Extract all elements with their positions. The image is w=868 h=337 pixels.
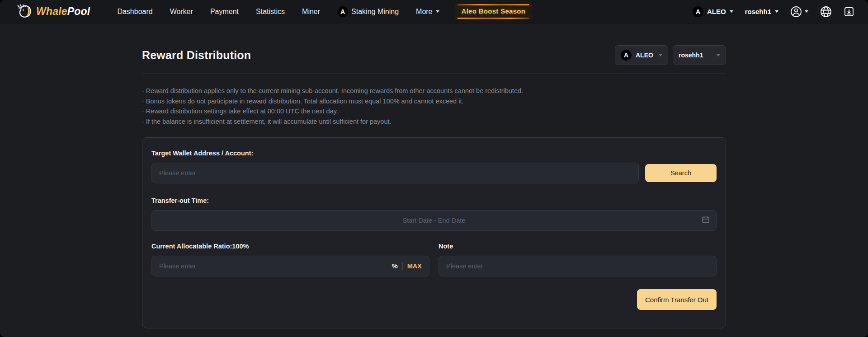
aleo-coin-icon: A xyxy=(693,6,703,17)
aleo-boost-season-badge[interactable]: Aleo Boost Season xyxy=(455,4,533,19)
brand-logo[interactable]: WhalePool xyxy=(16,3,90,20)
badge-label: Aleo Boost Season xyxy=(462,7,526,15)
nav-item-statistics[interactable]: Statistics xyxy=(256,8,285,16)
download-app-button[interactable] xyxy=(844,6,854,17)
note-line: · If the balance is insufficient at sett… xyxy=(142,117,726,127)
max-button[interactable]: MAX xyxy=(407,262,422,270)
globe-icon xyxy=(820,6,832,18)
whale-logo-icon xyxy=(16,3,33,20)
calendar-icon[interactable] xyxy=(702,215,710,225)
nav-coin-selector[interactable]: A ALEO xyxy=(693,6,733,17)
chevron-down-icon xyxy=(436,10,439,13)
coin-dropdown[interactable]: A ALEO xyxy=(615,45,668,65)
app-window: WhalePool Dashboard Worker Payment Stati… xyxy=(0,0,868,337)
nav-item-more[interactable]: More xyxy=(416,8,439,16)
notes-list: · Reward distribution applies only to th… xyxy=(142,86,726,126)
top-nav: WhalePool Dashboard Worker Payment Stati… xyxy=(0,0,868,23)
user-menu-button[interactable] xyxy=(790,6,808,18)
chevron-down-icon xyxy=(805,10,808,13)
coin-dropdown-label: ALEO xyxy=(636,51,653,59)
transfer-form-card: Target Wallet Address / Account: Search … xyxy=(142,137,726,328)
ratio-input[interactable] xyxy=(159,262,387,270)
nav-item-dashboard[interactable]: Dashboard xyxy=(117,8,152,16)
date-range-input[interactable] xyxy=(159,217,709,224)
nav-item-staking-mining[interactable]: A Staking Mining xyxy=(337,6,399,17)
percent-unit: % xyxy=(392,262,398,270)
nav-item-payment[interactable]: Payment xyxy=(210,8,239,16)
nav-item-miner[interactable]: Miner xyxy=(302,8,320,16)
allocatable-ratio-label: Current Allocatable Ratio:100% xyxy=(151,243,429,250)
page-content: Reward Distribution A ALEO rosehh1 · Rew… xyxy=(0,23,868,337)
target-wallet-field xyxy=(151,163,639,183)
confirm-transfer-out-button[interactable]: Confirm Transfer Out xyxy=(637,289,717,310)
note-field xyxy=(439,256,717,276)
user-icon xyxy=(790,6,802,18)
target-wallet-input[interactable] xyxy=(159,169,631,177)
context-selectors: A ALEO rosehh1 xyxy=(615,45,726,65)
brand-name: WhalePool xyxy=(36,5,90,18)
chevron-down-icon xyxy=(730,10,733,13)
date-range-field xyxy=(151,210,717,231)
note-input[interactable] xyxy=(446,262,709,270)
nav-right: A ALEO rosehh1 xyxy=(693,6,854,18)
language-button[interactable] xyxy=(820,6,832,18)
aleo-coin-icon: A xyxy=(337,6,348,17)
title-row: Reward Distribution A ALEO rosehh1 xyxy=(142,45,726,65)
nav-account-selector[interactable]: rosehh1 xyxy=(745,8,778,15)
chevron-down-icon xyxy=(659,54,662,56)
note-label: Note xyxy=(439,243,717,250)
chevron-down-icon xyxy=(717,54,720,56)
nav-item-worker[interactable]: Worker xyxy=(170,8,193,16)
note-line: · Reward distribution applies only to th… xyxy=(142,86,726,96)
search-button[interactable]: Search xyxy=(645,164,717,182)
suffix-divider xyxy=(402,262,403,270)
page-title: Reward Distribution xyxy=(142,49,251,62)
target-wallet-label: Target Wallet Address / Account: xyxy=(151,150,717,157)
chevron-down-icon xyxy=(775,10,778,13)
account-dropdown[interactable]: rosehh1 xyxy=(673,45,726,65)
account-dropdown-label: rosehh1 xyxy=(679,51,703,59)
nav-links: Dashboard Worker Payment Statistics Mine… xyxy=(117,6,439,17)
ratio-field: % MAX xyxy=(151,256,429,276)
download-icon xyxy=(844,6,854,17)
note-line: · Bonus tokens do not participate in rew… xyxy=(142,96,726,107)
aleo-coin-icon: A xyxy=(621,50,632,61)
note-line: · Reward distribution settings take effe… xyxy=(142,106,726,117)
title-divider xyxy=(142,74,726,74)
transfer-time-label: Transfer-out Time: xyxy=(151,197,717,204)
